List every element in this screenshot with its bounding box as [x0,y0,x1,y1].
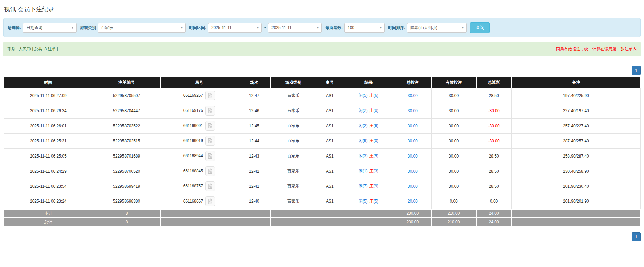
empty-cell [512,209,640,218]
grand-total-total-bet: 230.00 [394,218,432,226]
valid-bet-cell: 30.00 [432,133,476,148]
video-file-icon [207,183,213,189]
round-cell: 661169176 [160,103,238,118]
page-size-select[interactable]: 100 ▼ [344,23,385,33]
round-cell: 661168667 [160,194,238,209]
subtotal-total-bet: 230.00 [394,209,432,218]
round-cell: 661168845 [160,164,238,179]
total-bet-link[interactable]: 30.00 [408,108,418,113]
remark-cell: 201.90/230.40 [512,179,640,194]
valid-bet-cell: 30.00 [432,88,476,103]
session-cell: 12-47 [238,88,270,103]
chevron-down-icon[interactable]: ▼ [178,23,185,32]
total-bet-cell[interactable]: 30.00 [394,179,432,194]
currency-total-text: 币别 : 人民币 | 总共 :8 注单 | [7,46,58,52]
total-bet-link[interactable]: 30.00 [408,124,418,128]
total-bet-link[interactable]: 30.00 [408,169,418,174]
video-replay-button[interactable] [205,151,215,161]
sort-select[interactable]: 降幂(由大到小) ▼ [407,23,467,33]
page-size-value: 100 [345,25,357,30]
valid-bet-cell: 30.00 [432,164,476,179]
page-1-button[interactable]: 1 [632,232,641,241]
video-replay-button[interactable] [205,121,215,131]
empty-cell [316,209,343,218]
video-replay-button[interactable] [205,106,215,116]
round-id: 661169091 [183,123,203,128]
bet-time-cell: 2025-11-11 06:23:24 [4,194,93,209]
game-category-cell: 百家乐 [270,103,316,118]
remark-cell: 197.40/225.90 [512,88,640,103]
result-banker-label: 庄 [369,93,373,98]
session-cell: 12-41 [238,179,270,194]
chevron-down-icon[interactable]: ▼ [254,23,261,32]
video-file-icon [207,168,213,174]
result-player-points: (2) [363,108,368,113]
bet-id-cell: 522958703522 [93,118,160,133]
video-replay-button[interactable] [205,196,215,206]
chevron-down-icon[interactable]: ▼ [314,23,321,32]
total-bet-link[interactable]: 30.00 [408,184,418,189]
chevron-down-icon[interactable]: ▼ [377,23,384,32]
round-cell: 661168944 [160,148,238,164]
sort-label: 时间排序: [388,25,405,31]
total-bet-cell[interactable]: 30.00 [394,103,432,118]
remark-cell: 257.40/227.40 [512,118,640,133]
query-type-label: 请选择: [8,25,21,31]
column-header-5: 桌号 [316,77,343,88]
query-type-value: 日期查询 [23,25,45,31]
payout-cell: -30.00 [476,103,512,118]
total-bet-link[interactable]: 30.00 [408,93,418,98]
payout-cell: 28.50 [476,164,512,179]
date-from-select[interactable]: 2025-11-11 ▼ [208,23,262,33]
table-row: 2025-11-11 06:23:24522958698380661168667… [4,194,640,209]
total-bet-cell[interactable]: 30.00 [394,118,432,133]
total-bet-link[interactable]: 30.00 [408,154,418,159]
game-category-cell: 百家乐 [270,148,316,164]
bet-time-cell: 2025-11-11 06:25:05 [4,148,93,164]
chevron-down-icon[interactable]: ▼ [69,23,76,32]
result-banker-points: (9) [373,153,378,158]
total-bet-cell[interactable]: 30.00 [394,88,432,103]
search-button[interactable]: 查询 [470,22,490,33]
valid-bet-cell: 30.00 [432,148,476,164]
date-to-select[interactable]: 2025-11-11 ▼ [268,23,322,33]
total-bet-cell[interactable]: 30.00 [394,164,432,179]
session-cell: 12-40 [238,194,270,209]
video-file-icon [207,153,213,159]
round-cell: 661168757 [160,179,238,194]
game-category-select[interactable]: 百家乐 ▼ [98,23,186,33]
table-header-row: 时间注单编号局号场次游戏类别桌号结果总投注有效投注总派彩备注 [4,77,640,88]
video-replay-button[interactable] [205,166,215,176]
total-bet-link[interactable]: 30.00 [408,139,418,143]
result-banker-label: 庄 [369,123,373,128]
video-replay-button[interactable] [205,136,215,146]
game-category-label: 游戏类别 [80,25,96,31]
total-bet-link[interactable]: 20.00 [408,199,418,204]
result-banker-label: 庄 [369,153,373,158]
query-type-select[interactable]: 日期查询 ▼ [23,23,77,33]
video-replay-button[interactable] [205,91,215,100]
round-id: 661168845 [183,169,203,173]
game-category-cell: 百家乐 [270,133,316,148]
result-banker-label: 庄 [369,184,373,188]
table-no-cell: AS1 [316,164,343,179]
bet-time-cell: 2025-11-11 06:23:54 [4,179,93,194]
result-banker-points: (9) [373,184,378,188]
remark-cell: 227.40/197.40 [512,103,640,118]
bet-time-cell: 2025-11-11 06:25:31 [4,133,93,148]
round-cell: 661169019 [160,133,238,148]
total-bet-cell[interactable]: 30.00 [394,133,432,148]
video-file-icon [207,138,213,144]
chevron-down-icon[interactable]: ▼ [459,23,466,32]
video-replay-button[interactable] [205,181,215,191]
total-bet-cell[interactable]: 30.00 [394,148,432,164]
result-player-label: 闲 [359,138,363,143]
video-file-icon [207,123,213,129]
session-cell: 12-42 [238,164,270,179]
total-bet-cell[interactable]: 20.00 [394,194,432,209]
payout-cell: -30.00 [476,133,512,148]
video-file-icon [207,108,213,114]
bet-id-cell: 522958698380 [93,194,160,209]
page-1-button[interactable]: 1 [632,66,641,75]
table-no-cell: AS1 [316,88,343,103]
